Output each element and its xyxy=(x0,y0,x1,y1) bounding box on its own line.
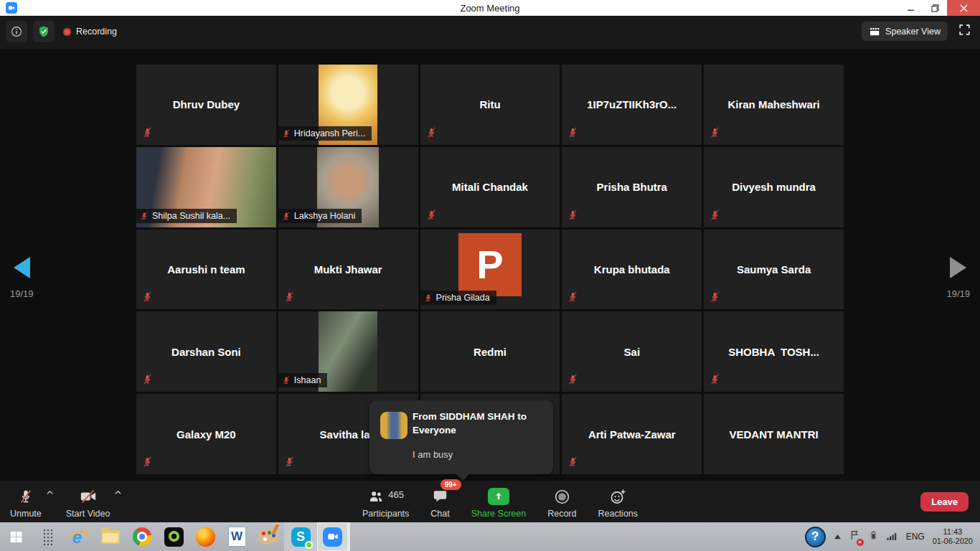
speaker-view-button[interactable]: Speaker View xyxy=(862,22,948,41)
leave-button[interactable]: Leave xyxy=(920,492,969,512)
close-button[interactable] xyxy=(947,0,980,16)
unmute-button[interactable]: Unmute xyxy=(10,484,42,519)
participant-name: Lakshya Holani xyxy=(294,211,355,221)
muted-mic-icon xyxy=(282,375,291,385)
participant-tile[interactable]: Arti Patwa-Zawar xyxy=(562,394,702,474)
muted-mic-icon xyxy=(710,126,720,138)
hidden-icons-caret[interactable] xyxy=(834,530,842,543)
muted-mic-icon xyxy=(567,126,578,138)
participant-tile[interactable]: Divyesh mundra xyxy=(704,147,844,227)
participants-icon xyxy=(367,488,385,505)
participant-tile[interactable]: Ritu xyxy=(420,65,560,145)
participant-name: Redmi xyxy=(420,311,560,392)
participant-name: Dhruv Dubey xyxy=(136,65,276,145)
participant-tile[interactable]: Galaxy M20 xyxy=(136,394,276,474)
zoom-taskbar-icon[interactable] xyxy=(317,522,350,551)
clock[interactable]: 11:43 01-06-2020 xyxy=(933,527,973,547)
muted-mic-icon xyxy=(284,456,295,468)
help-icon[interactable]: ? xyxy=(805,527,826,547)
recording-dot-icon xyxy=(63,28,71,36)
chat-button[interactable]: Chat 99+ xyxy=(430,484,449,519)
participant-tile[interactable]: Hridayansh Peri... xyxy=(278,65,418,145)
skype-icon[interactable]: S xyxy=(284,522,317,551)
participant-tile[interactable]: Kiran Maheshwari xyxy=(704,65,844,145)
participant-name-label: Hridayansh Peri... xyxy=(278,126,372,141)
meeting-toolbar: Unmute Start Video xyxy=(0,481,980,522)
participant-tile[interactable]: VEDANT MANTRI xyxy=(704,394,844,474)
participant-tile[interactable]: Prisha Bhutra xyxy=(562,147,702,227)
muted-mic-icon xyxy=(710,291,720,303)
participant-tile[interactable]: Mitali Chandak xyxy=(420,147,560,227)
participant-tile[interactable]: Sai xyxy=(562,311,702,392)
participant-tile[interactable]: Dhruv Dubey xyxy=(136,65,276,145)
dots-grid-icon[interactable] xyxy=(37,526,58,547)
chrome-icon[interactable] xyxy=(131,526,153,547)
participants-count: 465 xyxy=(388,489,404,500)
muted-mic-icon xyxy=(710,209,720,221)
video-options-caret[interactable] xyxy=(114,489,122,499)
participant-name: Shilpa Sushil kala... xyxy=(152,211,230,221)
share-screen-icon xyxy=(488,488,509,505)
participant-tile[interactable]: Krupa bhutada xyxy=(562,230,702,310)
internet-explorer-icon[interactable]: e xyxy=(68,526,90,547)
participant-name: Mukti Jhawar xyxy=(278,230,418,310)
action-center-flag-icon[interactable]: ✕ xyxy=(849,529,861,545)
chat-sender-avatar xyxy=(380,412,407,439)
participant-tile[interactable]: 1IP7uZTIIKh3rO... xyxy=(562,65,702,145)
restore-button[interactable] xyxy=(923,0,947,16)
participant-tile[interactable]: Mukti Jhawar xyxy=(278,230,418,310)
next-page-nav[interactable]: 19/19 xyxy=(946,257,970,299)
battery-icon[interactable] xyxy=(869,528,878,545)
encryption-shield-icon[interactable] xyxy=(33,21,55,42)
record-button[interactable]: Record xyxy=(547,484,576,519)
participant-tile[interactable]: PPrisha Gilada xyxy=(420,230,560,310)
file-explorer-icon[interactable] xyxy=(100,526,121,547)
muted-mic-icon xyxy=(142,126,153,138)
participant-tile[interactable]: Darshan Soni xyxy=(136,311,276,392)
participant-tile[interactable]: SHOBHA TOSH... xyxy=(704,311,844,392)
participant-name: Ritu xyxy=(420,65,560,145)
chat-unread-badge: 99+ xyxy=(440,479,461,490)
record-icon xyxy=(553,488,570,505)
participant-photo xyxy=(319,311,377,392)
previous-page-nav[interactable]: 19/19 xyxy=(10,257,34,299)
network-signal-icon[interactable] xyxy=(886,529,898,545)
language-indicator[interactable]: ENG xyxy=(906,532,925,542)
meeting-info-icon[interactable] xyxy=(6,21,27,42)
paint-icon[interactable] xyxy=(258,526,279,547)
speaker-view-icon xyxy=(869,26,880,37)
svg-text:e: e xyxy=(72,527,82,546)
participants-button[interactable]: 465 Participants xyxy=(362,484,409,519)
start-button[interactable] xyxy=(0,522,32,551)
chat-popup-message: I am busy xyxy=(413,449,453,460)
participant-tile[interactable]: Lakshya Holani xyxy=(278,147,418,227)
muted-mic-icon xyxy=(282,128,291,138)
word-icon[interactable]: W xyxy=(226,526,248,547)
chat-notification-popup[interactable]: From SIDDHAM SHAH to Everyone I am busy xyxy=(369,400,553,474)
minimize-button[interactable] xyxy=(898,0,923,16)
share-screen-button[interactable]: Share Screen xyxy=(471,484,526,519)
participant-tile[interactable]: Redmi xyxy=(420,311,560,392)
next-page-arrow-icon[interactable] xyxy=(950,257,966,278)
audio-options-caret[interactable] xyxy=(46,489,54,499)
webcam-app-icon[interactable] xyxy=(163,526,184,547)
video-off-icon xyxy=(80,488,97,505)
previous-page-arrow-icon[interactable] xyxy=(14,257,30,278)
participant-tile[interactable]: Ishaan xyxy=(278,311,418,392)
muted-mic-icon xyxy=(567,209,578,221)
participant-name-label: Prisha Gilada xyxy=(420,291,496,305)
participant-name-label: Shilpa Sushil kala... xyxy=(136,209,237,223)
reactions-button[interactable]: Reactions xyxy=(598,484,638,519)
fullscreen-icon[interactable] xyxy=(958,23,971,39)
participant-tile[interactable]: Aarushi n team xyxy=(136,230,276,310)
muted-mic-icon xyxy=(567,373,578,385)
time: 11:43 xyxy=(933,527,973,537)
participant-tile[interactable]: Saumya Sarda xyxy=(704,230,844,310)
muted-mic-icon xyxy=(284,291,295,303)
participant-initial-avatar: P xyxy=(458,233,522,296)
window-title: Zoom Meeting xyxy=(0,3,980,14)
participant-tile[interactable]: Shilpa Sushil kala... xyxy=(136,147,276,227)
firefox-icon[interactable] xyxy=(194,526,216,547)
start-video-button[interactable]: Start Video xyxy=(66,484,110,519)
participant-name: Prisha Gilada xyxy=(436,293,490,303)
